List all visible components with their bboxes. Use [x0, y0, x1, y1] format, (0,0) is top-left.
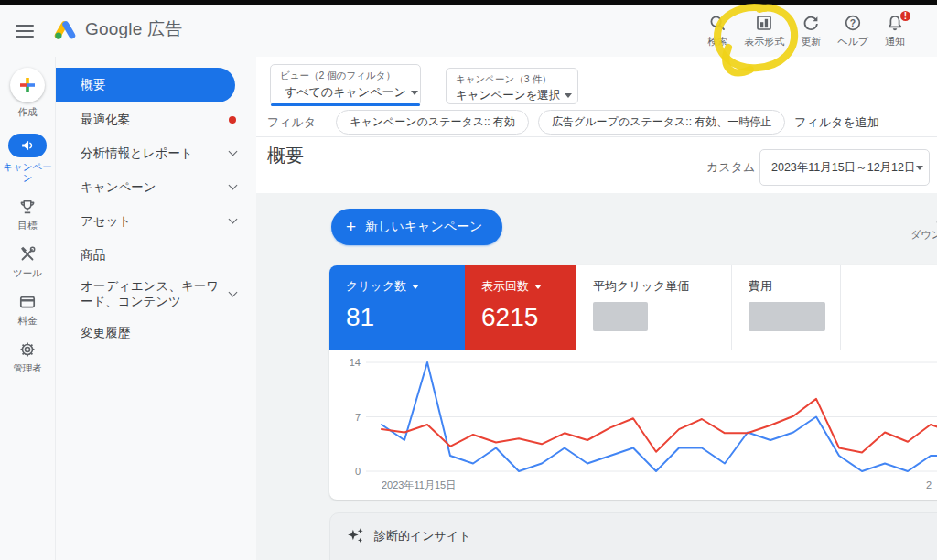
nav-item-products[interactable]: 商品: [56, 238, 256, 272]
help-button[interactable]: ? ヘルプ: [837, 14, 868, 48]
x-axis-first-label: 2023年11月15日: [382, 479, 456, 490]
dropdown-caret-icon: [565, 93, 572, 98]
filter-chip-campaign-status[interactable]: キャンペーンのステータス:: 有効: [336, 110, 529, 135]
view-selector-dropdown[interactable]: ビュー（2 個のフィルタ） すべてのキャンペーン: [270, 64, 421, 106]
y-tick-0: 0: [355, 466, 361, 477]
campaign-selector-dropdown[interactable]: キャンペーン（3 件） キャンペーンを選択: [446, 68, 578, 104]
metric-tile-clicks[interactable]: クリック数 81: [329, 265, 465, 350]
chevron-down-icon: [229, 181, 238, 190]
main-content: ビュー（2 個のフィルタ） すべてのキャンペーン キャンペーン（3 件） キャン…: [256, 57, 937, 560]
plus-icon: +: [346, 218, 356, 235]
chevron-down-icon: [229, 147, 238, 156]
secondary-nav: 概要 最適化案 分析情報とレポート キャンペーン アセット 商品 オーディエンス…: [55, 57, 256, 560]
nav-item-overview[interactable]: 概要: [56, 68, 235, 102]
metric-tile-impressions[interactable]: 表示回数 6215: [465, 265, 576, 350]
menu-hamburger-icon[interactable]: [16, 25, 34, 38]
nav-item-recommendations[interactable]: 最適化案: [56, 102, 256, 136]
search-button[interactable]: 検索: [706, 14, 728, 48]
new-campaign-button[interactable]: + 新しいキャンペーン: [331, 209, 502, 245]
chevron-down-icon: [229, 215, 238, 224]
plus-multicolor-icon: [19, 77, 36, 93]
svg-text:?: ?: [850, 17, 856, 28]
notification-badge: !: [899, 9, 912, 23]
rail-item-admin[interactable]: 管理者: [2, 340, 53, 373]
diagnostic-insights-card[interactable]: 診断的インサイト: [329, 512, 937, 560]
y-tick-7: 7: [355, 412, 361, 423]
metric-tile-empty: [840, 265, 937, 350]
google-ads-logo-icon: [53, 17, 77, 41]
display-format-button[interactable]: 表示形式: [744, 14, 784, 48]
sparkles-insights-icon: [346, 526, 365, 545]
nav-item-assets[interactable]: アセット: [56, 204, 256, 238]
rail-item-goals[interactable]: 目標: [2, 198, 53, 231]
date-range-selector[interactable]: 2023年11月15日～12月12日: [759, 149, 930, 186]
metric-tiles: クリック数 81 表示回数 6215 平均クリック単価 費用: [329, 265, 937, 350]
nav-item-audiences-keywords-content[interactable]: オーディエンス、キーワード、コンテンツ: [56, 272, 256, 316]
header-actions: 検索 表示形式 更新 ? ヘルプ: [706, 14, 906, 48]
x-axis-end-label-partial: 2: [926, 479, 932, 490]
metric-dropdown-caret-icon[interactable]: [534, 285, 542, 289]
search-icon: [708, 14, 727, 32]
refresh-icon: [802, 14, 820, 32]
nav-item-insights-reports[interactable]: 分析情報とレポート: [56, 136, 256, 170]
chevron-down-icon: [229, 287, 238, 296]
dropdown-caret-icon: [916, 166, 923, 170]
notifications-button[interactable]: ! 通知: [884, 14, 906, 48]
dropdown-caret-icon: [411, 91, 418, 95]
campaigns-active-pill: [8, 134, 47, 157]
active-view-underline: [271, 103, 420, 106]
megaphone-icon: [19, 137, 36, 154]
insights-title: 診断的インサイト: [374, 528, 471, 544]
create-button[interactable]: [10, 68, 45, 102]
nav-item-change-history[interactable]: 変更履歴: [56, 316, 256, 350]
notification-dot: [229, 116, 236, 124]
chart-style-icon: [755, 14, 773, 32]
metric-tile-cost[interactable]: 費用: [731, 265, 840, 350]
metric-tile-avg-cpc[interactable]: 平均クリック単価: [576, 265, 731, 350]
filter-chip-adgroup-status[interactable]: 広告グループのステータス:: 有効、一時停止: [538, 110, 785, 135]
clicks-value: 81: [346, 303, 465, 332]
gear-icon: [18, 340, 37, 359]
impressions-value: 6215: [481, 303, 576, 332]
refresh-button[interactable]: 更新: [800, 14, 822, 48]
app-logo[interactable]: Google 広告: [53, 17, 182, 41]
download-icon: [932, 208, 937, 226]
download-button[interactable]: ダウンロード: [909, 208, 937, 242]
trophy-icon: [18, 198, 37, 216]
filter-bar: フィルタ キャンペーンのステータス:: 有効 広告グループのステータス:: 有効…: [256, 108, 937, 136]
metric-dropdown-caret-icon[interactable]: [412, 285, 419, 289]
line-chart: 14 7 0 2023年11月15日 2: [329, 350, 937, 500]
app-header: Google 広告 検索 表示形式 更新: [0, 5, 937, 57]
y-tick-14: 14: [350, 357, 361, 368]
performance-chart: 14 7 0 2023年11月15日 2: [329, 350, 937, 500]
help-icon: ?: [844, 14, 862, 32]
divider: [256, 136, 937, 137]
rail-item-campaigns[interactable]: キャンペーン: [2, 134, 53, 183]
redacted-value: [749, 302, 825, 331]
date-mode-label: カスタム: [706, 149, 755, 186]
page-title: 概要: [267, 144, 304, 168]
billing-card-icon: [18, 293, 37, 311]
screenshot-top-strip: [0, 0, 937, 5]
left-icon-rail: 作成 キャンペーン 目標 ツール: [0, 57, 55, 560]
rail-item-billing[interactable]: 料金: [2, 293, 53, 326]
rail-item-create[interactable]: 作成: [2, 68, 53, 117]
nav-item-campaigns[interactable]: キャンペーン: [56, 170, 256, 204]
rail-item-tools[interactable]: ツール: [2, 245, 53, 278]
add-filter-button[interactable]: フィルタを追加: [794, 114, 879, 131]
redacted-value: [593, 302, 648, 331]
tools-icon: [18, 245, 37, 264]
filter-label: フィルタ: [267, 114, 316, 131]
overview-card: クリック数 81 表示回数 6215 平均クリック単価 費用: [329, 265, 937, 500]
app-title: Google 広告: [85, 17, 182, 41]
